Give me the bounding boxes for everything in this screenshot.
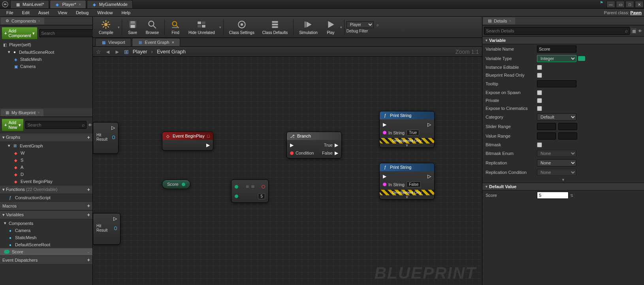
crumb-eventgraph[interactable]: Event Graph: [157, 49, 186, 55]
window-maximize-button[interactable]: □: [625, 1, 634, 8]
readonly-checkbox[interactable]: [537, 73, 542, 78]
exec-out-pin[interactable]: ▷: [427, 174, 431, 179]
simulation-button[interactable]: Simulation: [296, 17, 321, 37]
variable-type-select[interactable]: Integer: [537, 55, 576, 62]
variables-components-group[interactable]: ▾Components: [0, 219, 92, 227]
exec-out-pin[interactable]: ▷: [111, 125, 115, 130]
graph-event-d[interactable]: ◆D: [0, 171, 92, 178]
replication-cond-select[interactable]: None: [537, 169, 576, 176]
private-checkbox[interactable]: [537, 98, 542, 103]
myblueprint-tab[interactable]: ▦ My Blueprint ×: [1, 109, 43, 116]
document-tab-mygamemode[interactable]: ◆ MyGameMode: [87, 0, 133, 8]
category-select[interactable]: Default: [537, 113, 576, 121]
node-print-string-false[interactable]: ƒ Print String ▶ ▷ In StringFalse Develo…: [379, 163, 435, 200]
window-restore-button[interactable]: ▭: [616, 1, 625, 8]
menu-asset[interactable]: Asset: [34, 9, 53, 16]
document-tab-mainlevel[interactable]: ▦ MainLevel*: [10, 0, 49, 8]
spinner-icon[interactable]: ⇅: [570, 193, 573, 198]
graph-event-beginplay[interactable]: ◆Event BeginPlay: [0, 178, 92, 185]
components-tab[interactable]: ⚙ Components ×: [1, 17, 44, 25]
exec-out-pin[interactable]: ▷: [427, 122, 431, 127]
expand-advanced-icon[interactable]: ▼: [482, 177, 644, 183]
menu-view[interactable]: View: [54, 9, 71, 16]
int-in-pin[interactable]: [235, 185, 238, 189]
close-icon[interactable]: ×: [79, 2, 81, 7]
section-graphs[interactable]: ▾ Graphs +: [0, 133, 92, 142]
section-functions[interactable]: ▾ Functions (22 Overridable) +: [0, 185, 92, 194]
exec-in-pin[interactable]: ▶: [383, 122, 386, 127]
window-minimize-button[interactable]: —: [606, 1, 615, 8]
favorite-icon[interactable]: ☆: [96, 49, 101, 55]
int-in-pin[interactable]: [235, 194, 238, 198]
graph-event-w[interactable]: ◆W: [0, 149, 92, 157]
window-close-button[interactable]: ✕: [635, 1, 644, 8]
component-root[interactable]: ◧ Player(self): [0, 41, 92, 48]
delegate-pin[interactable]: □: [207, 134, 210, 138]
marketplace-icon[interactable]: ⚑: [599, 0, 604, 5]
container-type-icon[interactable]: [578, 56, 585, 61]
variable-defaultsceneroot[interactable]: ●DefaultSceneRoot: [0, 241, 92, 248]
compile-button[interactable]: Compile: [95, 17, 117, 37]
menu-debug[interactable]: Debug: [72, 9, 92, 16]
hide-unrelated-button[interactable]: Hide Unrelated: [185, 17, 218, 37]
add-function-button[interactable]: +: [87, 187, 90, 193]
class-settings-button[interactable]: Class Settings: [226, 17, 258, 37]
function-constructionscript[interactable]: ƒ ConstructionScript: [0, 194, 92, 201]
components-search-input[interactable]: [41, 31, 96, 36]
component-staticmesh[interactable]: ◈ StaticMesh: [0, 56, 92, 63]
node-header[interactable]: ƒ Print String: [380, 111, 434, 119]
variable-camera[interactable]: ●Camera: [0, 227, 92, 234]
slider-max-input[interactable]: [558, 123, 577, 130]
node-header[interactable]: ƒ Print String: [380, 163, 434, 171]
bitmask-checkbox[interactable]: [537, 142, 542, 147]
save-button[interactable]: Save: [124, 17, 141, 37]
viewport-tab[interactable]: ▦ Viewport: [95, 38, 131, 46]
bitmask-enum-select[interactable]: None: [537, 150, 576, 157]
eye-icon[interactable]: 👁: [88, 123, 92, 127]
eventgraph-tab[interactable]: ⊞ Event Graph ×: [132, 38, 180, 46]
literal-input[interactable]: 5: [258, 193, 265, 199]
eye-icon[interactable]: 👁: [638, 28, 642, 33]
chevron-down-icon[interactable]: ⌄: [87, 250, 90, 254]
int-out-pin[interactable]: [182, 183, 185, 186]
struct-out-pin[interactable]: [114, 226, 117, 230]
node-print-string-true[interactable]: ƒ Print String ▶ ▷ In StringTrue Develop…: [379, 111, 435, 148]
component-defaultsceneroot[interactable]: ▾ ● DefaultSceneRoot: [0, 48, 92, 56]
search-icon[interactable]: ⌕: [375, 22, 380, 27]
add-component-button[interactable]: +Add Component▾: [2, 27, 38, 40]
node-branch[interactable]: ⎇ Branch ▶ True▶ Condition False▶: [286, 132, 342, 159]
menu-edit[interactable]: Edit: [18, 9, 34, 16]
slider-min-input[interactable]: [537, 123, 556, 130]
expose-cine-checkbox[interactable]: [537, 106, 542, 111]
node-equals[interactable]: ＝＝ 5: [231, 179, 269, 203]
exec-out-pin[interactable]: ▷: [113, 216, 117, 221]
debug-filter-select[interactable]: Player: [346, 21, 374, 28]
section-macros[interactable]: Macros +: [0, 201, 92, 210]
section-event-dispatchers[interactable]: Event Dispatchers +: [0, 255, 92, 264]
bool-in-pin[interactable]: [290, 151, 294, 155]
replication-select[interactable]: None: [537, 159, 576, 166]
find-button[interactable]: Find: [167, 17, 184, 37]
myblueprint-search[interactable]: ⌕: [25, 121, 87, 129]
details-section-variable[interactable]: Variable: [482, 36, 644, 44]
instance-editable-checkbox[interactable]: [537, 65, 542, 70]
tooltip-input[interactable]: [537, 80, 576, 87]
exec-in-pin[interactable]: ▶: [383, 174, 386, 179]
class-defaults-button[interactable]: Class Defaults: [259, 17, 291, 37]
node-get-score[interactable]: Score: [162, 179, 190, 189]
menu-file[interactable]: File: [2, 9, 17, 16]
myblueprint-search-input[interactable]: [27, 123, 82, 127]
variable-staticmesh[interactable]: ●StaticMesh: [0, 234, 92, 241]
add-graph-button[interactable]: +: [87, 134, 90, 140]
default-score-input[interactable]: [537, 192, 569, 199]
exec-in-pin[interactable]: ▶: [290, 142, 294, 148]
details-search-input[interactable]: [486, 28, 625, 33]
node-header[interactable]: ◇ Event BeginPlay □: [162, 132, 213, 140]
variable-score[interactable]: Score ⌄: [0, 248, 92, 255]
close-icon[interactable]: ×: [171, 40, 174, 45]
menu-help[interactable]: Help: [117, 9, 134, 16]
back-button[interactable]: ◄: [105, 49, 111, 55]
exec-out-pin[interactable]: ▶: [335, 150, 338, 156]
matrix-icon[interactable]: ▦: [631, 28, 636, 33]
node-partial-2[interactable]: ▷ Hit Result: [93, 213, 121, 245]
